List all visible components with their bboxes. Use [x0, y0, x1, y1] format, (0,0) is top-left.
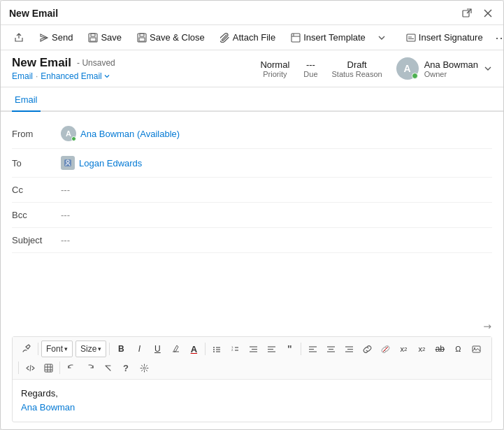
record-title-row: New Email - Unsaved: [12, 56, 260, 70]
insert-link-button[interactable]: [359, 341, 375, 357]
align-right-button[interactable]: [340, 341, 357, 357]
blockquote-button[interactable]: ": [281, 341, 298, 357]
share-button[interactable]: [8, 29, 30, 46]
to-row: To Logan Edwards: [12, 149, 492, 178]
save-label: Save: [101, 32, 122, 43]
insert-image-button[interactable]: [468, 341, 484, 357]
bullet-list-icon: [213, 345, 222, 354]
share-icon: [14, 33, 24, 43]
size-dropdown[interactable]: Size ▾: [75, 341, 106, 357]
record-title-area: New Email - Unsaved Email · Enhanced Ema…: [12, 56, 260, 81]
save-close-button[interactable]: Save & Close: [131, 29, 211, 46]
svg-rect-7: [140, 34, 144, 36]
subject-field-label: Subject: [12, 235, 61, 245]
editor-regards-line: Regards,: [21, 387, 483, 401]
source-button[interactable]: [22, 359, 38, 376]
help-button[interactable]: ?: [117, 359, 134, 376]
svg-text:2.: 2.: [231, 348, 233, 352]
format-painter-button[interactable]: [17, 340, 35, 358]
align-center-button[interactable]: [322, 341, 339, 357]
editor-sep-1: [38, 343, 38, 355]
svg-point-16: [213, 347, 215, 348]
more-options-button[interactable]: ⋯: [492, 30, 504, 45]
attach-file-label: Attach File: [233, 32, 275, 43]
highlight-button[interactable]: [167, 341, 184, 357]
save-button[interactable]: Save: [82, 29, 128, 46]
send-icon: [39, 33, 49, 43]
attach-file-button[interactable]: Attach File: [214, 29, 282, 46]
bcc-field-value[interactable]: ---: [61, 210, 492, 220]
svg-rect-42: [473, 346, 480, 352]
font-dropdown[interactable]: Font ▾: [41, 341, 73, 357]
numbered-list-button[interactable]: 1. 2.: [226, 341, 243, 357]
subscript-button[interactable]: x2: [413, 341, 430, 357]
send-button[interactable]: Send: [33, 29, 79, 46]
dropdown-more-button[interactable]: [375, 29, 389, 46]
svg-rect-12: [407, 34, 415, 41]
cc-field-value[interactable]: ---: [61, 185, 492, 195]
settings-button[interactable]: [136, 359, 152, 376]
popout-button[interactable]: [460, 6, 474, 20]
subject-field-value[interactable]: ---: [61, 235, 492, 245]
due-label: Due: [303, 70, 317, 78]
from-field-value[interactable]: A Ana Bowman (Available): [61, 126, 492, 141]
strikethrough-button[interactable]: ab: [431, 341, 448, 357]
to-contact-icon: [61, 156, 75, 170]
svg-line-44: [30, 365, 31, 371]
italic-button[interactable]: I: [131, 341, 147, 357]
indent-button[interactable]: [245, 341, 261, 357]
svg-rect-9: [291, 34, 300, 42]
outdent-button[interactable]: [263, 341, 280, 357]
table-button[interactable]: [40, 359, 57, 376]
cc-row: Cc ---: [12, 178, 492, 203]
bold-button[interactable]: B: [113, 341, 129, 357]
breadcrumb-separator: ·: [36, 71, 38, 81]
insert-template-button[interactable]: Insert Template: [285, 29, 372, 46]
cc-field-label: Cc: [12, 185, 61, 195]
insert-template-icon: [291, 33, 301, 43]
align-center-icon: [326, 345, 336, 354]
special-chars-button[interactable]: Ω: [449, 341, 466, 357]
owner-chevron-icon: [484, 64, 492, 73]
status-value: Draft: [332, 59, 382, 70]
superscript-button[interactable]: x2: [395, 341, 412, 357]
redo-button[interactable]: [81, 359, 98, 376]
font-color-button[interactable]: A: [185, 341, 202, 357]
source-code-icon: [26, 364, 35, 373]
due-value: ---: [303, 59, 317, 70]
priority-value: Normal: [260, 59, 289, 70]
priority-label: Priority: [260, 70, 289, 78]
from-online-indicator: [71, 136, 76, 141]
tab-bar: Email: [1, 87, 503, 112]
breadcrumb-email[interactable]: Email: [12, 71, 33, 81]
attach-icon: [220, 33, 230, 43]
clear-format-button[interactable]: [99, 359, 116, 376]
expand-area: ↗: [12, 318, 492, 334]
status-field: Draft Status Reason: [332, 59, 382, 78]
to-field-value[interactable]: Logan Edwards: [61, 156, 492, 170]
align-right-icon: [345, 345, 354, 354]
align-left-button[interactable]: [304, 341, 321, 357]
font-color-icon: A: [191, 344, 197, 354]
priority-field: Normal Priority: [260, 59, 289, 78]
expand-icon[interactable]: ↗: [481, 320, 495, 334]
underline-button[interactable]: U: [149, 341, 166, 357]
chevron-down-small-icon: [103, 73, 110, 80]
align-left-icon: [308, 345, 317, 354]
tab-email[interactable]: Email: [12, 87, 41, 112]
editor-sep-4: [301, 343, 301, 355]
window-title: New Email: [9, 8, 58, 19]
breadcrumb-enhanced-email[interactable]: Enhanced Email: [41, 71, 110, 81]
insert-signature-button[interactable]: Insert Signature: [400, 29, 489, 46]
remove-link-button[interactable]: [377, 341, 394, 357]
close-button[interactable]: [481, 6, 495, 20]
editor-sep-5: [18, 361, 19, 374]
main-toolbar: Send Save Save & Close Attach File: [1, 25, 503, 50]
editor-body[interactable]: Regards, Ana Bowman: [13, 380, 491, 422]
online-indicator: [412, 73, 418, 79]
owner-area[interactable]: A Ana Bowman Owner: [396, 57, 492, 80]
svg-point-18: [213, 351, 215, 352]
svg-rect-4: [91, 34, 95, 36]
bullet-list-button[interactable]: [208, 341, 225, 357]
undo-button[interactable]: [63, 359, 80, 376]
